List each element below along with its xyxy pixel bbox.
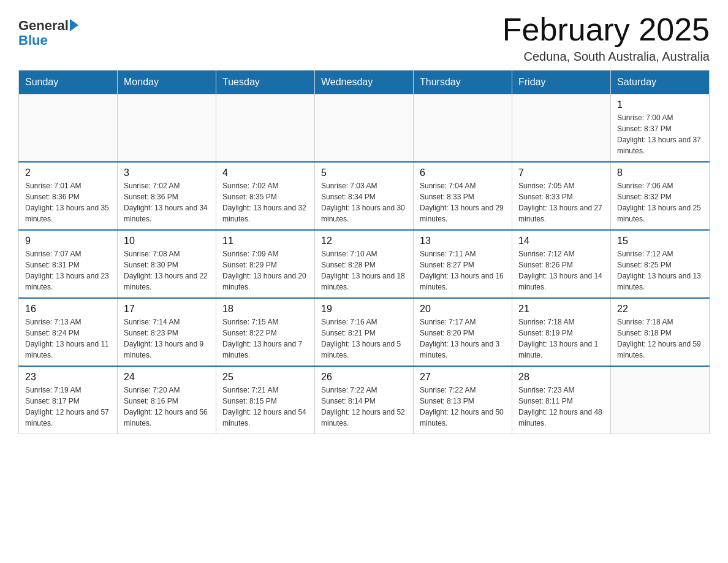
day-number: 21 xyxy=(518,304,604,315)
title-area: February 2025 Ceduna, South Australia, A… xyxy=(502,12,710,64)
day-number: 20 xyxy=(420,304,506,315)
calendar-subtitle: Ceduna, South Australia, Australia xyxy=(502,50,710,64)
day-cell xyxy=(19,94,118,163)
day-info: Sunrise: 7:17 AMSunset: 8:20 PMDaylight:… xyxy=(420,316,506,361)
header-monday: Monday xyxy=(118,71,216,94)
day-cell xyxy=(611,366,710,434)
day-cell: 18Sunrise: 7:15 AMSunset: 8:22 PMDayligh… xyxy=(216,298,315,366)
day-cell xyxy=(414,94,512,163)
week-row-4: 16Sunrise: 7:13 AMSunset: 8:24 PMDayligh… xyxy=(19,298,710,366)
day-cell: 1Sunrise: 7:00 AMSunset: 8:37 PMDaylight… xyxy=(611,94,710,163)
day-cell: 4Sunrise: 7:02 AMSunset: 8:35 PMDaylight… xyxy=(216,162,315,230)
day-info: Sunrise: 7:13 AMSunset: 8:24 PMDaylight:… xyxy=(25,316,111,361)
day-info: Sunrise: 7:04 AMSunset: 8:33 PMDaylight:… xyxy=(420,180,506,224)
day-cell: 20Sunrise: 7:17 AMSunset: 8:20 PMDayligh… xyxy=(414,298,512,366)
day-cell: 16Sunrise: 7:13 AMSunset: 8:24 PMDayligh… xyxy=(19,298,118,366)
day-info: Sunrise: 7:22 AMSunset: 8:13 PMDaylight:… xyxy=(420,385,506,429)
day-info: Sunrise: 7:14 AMSunset: 8:23 PMDaylight:… xyxy=(124,316,210,361)
day-number: 15 xyxy=(617,236,703,247)
day-number: 19 xyxy=(321,304,407,315)
day-cell: 27Sunrise: 7:22 AMSunset: 8:13 PMDayligh… xyxy=(414,366,512,434)
day-number: 22 xyxy=(617,304,703,315)
week-row-1: 1Sunrise: 7:00 AMSunset: 8:37 PMDaylight… xyxy=(19,94,710,163)
day-info: Sunrise: 7:15 AMSunset: 8:22 PMDaylight:… xyxy=(222,316,308,361)
day-cell xyxy=(512,94,611,163)
header-thursday: Thursday xyxy=(414,71,512,94)
day-info: Sunrise: 7:18 AMSunset: 8:18 PMDaylight:… xyxy=(617,316,703,361)
day-info: Sunrise: 7:18 AMSunset: 8:19 PMDaylight:… xyxy=(518,316,604,361)
day-cell: 21Sunrise: 7:18 AMSunset: 8:19 PMDayligh… xyxy=(512,298,611,366)
day-cell: 13Sunrise: 7:11 AMSunset: 8:27 PMDayligh… xyxy=(414,230,512,298)
week-row-5: 23Sunrise: 7:19 AMSunset: 8:17 PMDayligh… xyxy=(19,366,710,434)
day-info: Sunrise: 7:07 AMSunset: 8:31 PMDaylight:… xyxy=(25,248,111,293)
day-info: Sunrise: 7:20 AMSunset: 8:16 PMDaylight:… xyxy=(124,385,210,429)
day-number: 26 xyxy=(321,372,407,383)
day-cell: 17Sunrise: 7:14 AMSunset: 8:23 PMDayligh… xyxy=(118,298,216,366)
day-cell: 26Sunrise: 7:22 AMSunset: 8:14 PMDayligh… xyxy=(315,366,414,434)
day-number: 16 xyxy=(25,304,111,315)
header-saturday: Saturday xyxy=(611,71,710,94)
day-cell: 12Sunrise: 7:10 AMSunset: 8:28 PMDayligh… xyxy=(315,230,414,298)
day-number: 8 xyxy=(617,167,703,178)
day-number: 4 xyxy=(222,167,308,178)
day-number: 14 xyxy=(518,236,604,247)
day-number: 28 xyxy=(518,372,604,383)
header-sunday: Sunday xyxy=(19,71,118,94)
day-info: Sunrise: 7:19 AMSunset: 8:17 PMDaylight:… xyxy=(25,385,111,429)
day-number: 6 xyxy=(420,167,506,178)
day-cell: 7Sunrise: 7:05 AMSunset: 8:33 PMDaylight… xyxy=(512,162,611,230)
day-number: 27 xyxy=(420,372,506,383)
day-cell: 2Sunrise: 7:01 AMSunset: 8:36 PMDaylight… xyxy=(19,162,118,230)
header-wednesday: Wednesday xyxy=(315,71,414,94)
day-info: Sunrise: 7:10 AMSunset: 8:28 PMDaylight:… xyxy=(321,248,407,293)
day-cell xyxy=(118,94,216,163)
day-number: 24 xyxy=(124,372,210,383)
day-cell: 19Sunrise: 7:16 AMSunset: 8:21 PMDayligh… xyxy=(315,298,414,366)
day-cell: 22Sunrise: 7:18 AMSunset: 8:18 PMDayligh… xyxy=(611,298,710,366)
day-number: 11 xyxy=(222,236,308,247)
day-number: 2 xyxy=(25,167,111,178)
week-row-2: 2Sunrise: 7:01 AMSunset: 8:36 PMDaylight… xyxy=(19,162,710,230)
day-cell: 5Sunrise: 7:03 AMSunset: 8:34 PMDaylight… xyxy=(315,162,414,230)
day-cell xyxy=(315,94,414,163)
day-info: Sunrise: 7:11 AMSunset: 8:27 PMDaylight:… xyxy=(420,248,506,293)
day-info: Sunrise: 7:21 AMSunset: 8:15 PMDaylight:… xyxy=(222,385,308,429)
day-info: Sunrise: 7:02 AMSunset: 8:35 PMDaylight:… xyxy=(222,180,308,224)
page-header: General Blue February 2025 Ceduna, South… xyxy=(18,12,710,64)
day-number: 17 xyxy=(124,304,210,315)
day-cell: 14Sunrise: 7:12 AMSunset: 8:26 PMDayligh… xyxy=(512,230,611,298)
day-cell: 9Sunrise: 7:07 AMSunset: 8:31 PMDaylight… xyxy=(19,230,118,298)
day-info: Sunrise: 7:03 AMSunset: 8:34 PMDaylight:… xyxy=(321,180,407,224)
day-info: Sunrise: 7:05 AMSunset: 8:33 PMDaylight:… xyxy=(518,180,604,224)
day-cell: 23Sunrise: 7:19 AMSunset: 8:17 PMDayligh… xyxy=(19,366,118,434)
day-cell: 15Sunrise: 7:12 AMSunset: 8:25 PMDayligh… xyxy=(611,230,710,298)
logo-text-blue: Blue xyxy=(18,33,48,48)
day-cell: 25Sunrise: 7:21 AMSunset: 8:15 PMDayligh… xyxy=(216,366,315,434)
day-info: Sunrise: 7:23 AMSunset: 8:11 PMDaylight:… xyxy=(518,385,604,429)
day-cell: 11Sunrise: 7:09 AMSunset: 8:29 PMDayligh… xyxy=(216,230,315,298)
day-cell: 10Sunrise: 7:08 AMSunset: 8:30 PMDayligh… xyxy=(118,230,216,298)
day-info: Sunrise: 7:12 AMSunset: 8:25 PMDaylight:… xyxy=(617,248,703,293)
day-number: 7 xyxy=(518,167,604,178)
calendar-table: SundayMondayTuesdayWednesdayThursdayFrid… xyxy=(18,70,710,434)
day-number: 10 xyxy=(124,236,210,247)
day-cell: 3Sunrise: 7:02 AMSunset: 8:36 PMDaylight… xyxy=(118,162,216,230)
day-info: Sunrise: 7:22 AMSunset: 8:14 PMDaylight:… xyxy=(321,385,407,429)
day-number: 3 xyxy=(124,167,210,178)
calendar-title: February 2025 xyxy=(502,12,710,47)
day-number: 5 xyxy=(321,167,407,178)
logo-text-general: General xyxy=(18,18,69,33)
day-cell: 28Sunrise: 7:23 AMSunset: 8:11 PMDayligh… xyxy=(512,366,611,434)
logo: General Blue xyxy=(18,18,78,48)
day-info: Sunrise: 7:09 AMSunset: 8:29 PMDaylight:… xyxy=(222,248,308,293)
day-cell: 6Sunrise: 7:04 AMSunset: 8:33 PMDaylight… xyxy=(414,162,512,230)
day-info: Sunrise: 7:01 AMSunset: 8:36 PMDaylight:… xyxy=(25,180,111,224)
day-number: 23 xyxy=(25,372,111,383)
week-row-3: 9Sunrise: 7:07 AMSunset: 8:31 PMDaylight… xyxy=(19,230,710,298)
day-info: Sunrise: 7:12 AMSunset: 8:26 PMDaylight:… xyxy=(518,248,604,293)
day-number: 9 xyxy=(25,236,111,247)
day-info: Sunrise: 7:00 AMSunset: 8:37 PMDaylight:… xyxy=(617,112,703,156)
calendar-header-row: SundayMondayTuesdayWednesdayThursdayFrid… xyxy=(19,71,710,94)
day-info: Sunrise: 7:16 AMSunset: 8:21 PMDaylight:… xyxy=(321,316,407,361)
day-info: Sunrise: 7:02 AMSunset: 8:36 PMDaylight:… xyxy=(124,180,210,224)
